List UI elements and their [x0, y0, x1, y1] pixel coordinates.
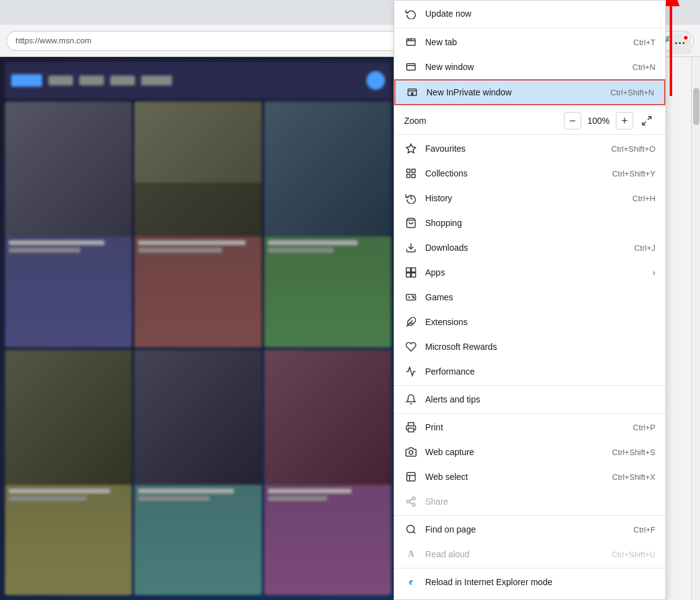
news-card-3	[264, 102, 391, 347]
svg-line-42	[413, 531, 415, 533]
shortcut-new-window: Ctrl+N	[633, 63, 655, 72]
svg-point-10	[412, 93, 413, 95]
svg-rect-33	[407, 472, 415, 481]
svg-line-39	[409, 502, 412, 504]
menu-label-apps: Apps	[425, 267, 647, 277]
findpage-icon	[404, 523, 418, 536]
svg-rect-20	[407, 268, 411, 272]
webselect-icon	[404, 470, 418, 484]
svg-point-28	[413, 297, 415, 298]
shortcut-readaloud: Ctrl+Shift+U	[611, 550, 655, 559]
shortcut-new-tab: Ctrl+T	[633, 38, 655, 47]
svg-rect-21	[412, 268, 416, 272]
news-card-1	[5, 102, 132, 347]
menu-item-new-window[interactable]: New window Ctrl+N	[394, 54, 665, 79]
divider-4	[394, 385, 665, 386]
menu-label-inprivate: New InPrivate window	[426, 87, 610, 97]
menu-item-webselect[interactable]: Web select Ctrl+Shift+X	[394, 464, 665, 489]
menu-item-games[interactable]: Games	[394, 285, 665, 310]
menu-label-history: History	[425, 193, 633, 203]
zoom-expand-button[interactable]	[638, 112, 655, 129]
share-icon	[404, 495, 418, 508]
menu-label-alerts: Alerts and tips	[425, 394, 655, 404]
zoom-value: 100%	[586, 116, 611, 126]
menu-item-apps[interactable]: Apps ›	[394, 260, 665, 285]
menu-item-history[interactable]: History Ctrl+H	[394, 186, 665, 211]
news-card-2	[134, 102, 261, 347]
history-icon	[404, 191, 418, 205]
menu-label-iemode: Reload in Internet Explorer mode	[425, 577, 655, 587]
scrollbar[interactable]	[691, 57, 700, 600]
svg-rect-6	[407, 64, 415, 71]
svg-rect-17	[407, 175, 410, 178]
svg-line-40	[409, 499, 412, 501]
menu-label-rewards: Microsoft Rewards	[425, 342, 655, 352]
menu-item-readaloud: A Read aloud Ctrl+Shift+U	[394, 542, 665, 567]
svg-point-38	[412, 503, 415, 507]
menu-item-webcapture[interactable]: Web capture Ctrl+Shift+S	[394, 440, 665, 464]
menu-item-collections[interactable]: Collections Ctrl+Shift+Y	[394, 161, 665, 186]
menu-item-alerts[interactable]: Alerts and tips	[394, 387, 665, 412]
favourites-icon	[404, 142, 418, 155]
menu-label-readaloud: Read aloud	[425, 549, 611, 559]
menu-label-new-tab: New tab	[425, 37, 633, 47]
menu-label-webselect: Web select	[425, 472, 612, 482]
divider-6	[394, 515, 665, 516]
menu-item-share: Share	[394, 489, 665, 514]
readaloud-icon: A	[404, 547, 418, 561]
svg-point-32	[409, 451, 413, 454]
menu-item-iemode[interactable]: e Reload in Internet Explorer mode	[394, 570, 665, 594]
svg-marker-13	[407, 144, 416, 153]
svg-point-27	[412, 296, 413, 297]
shortcut-downloads: Ctrl+J	[634, 243, 655, 253]
downloads-icon	[404, 241, 418, 254]
shortcut-print: Ctrl+P	[633, 423, 655, 432]
menu-item-downloads[interactable]: Downloads Ctrl+J	[394, 235, 665, 260]
news-overlay	[0, 57, 396, 600]
svg-line-12	[642, 122, 646, 125]
divider-5	[394, 413, 665, 414]
menu-item-performance[interactable]: Performance	[394, 359, 665, 384]
inprivate-icon	[405, 85, 419, 99]
settings-menu-button[interactable]: ···	[669, 32, 691, 54]
context-menu: ✕ Update now New tab Ctrl+T	[394, 0, 666, 600]
menu-item-extensions[interactable]: Extensions	[394, 310, 665, 334]
menu-item-shopping[interactable]: Shopping	[394, 211, 665, 235]
menu-label-update-now: Update now	[425, 9, 655, 19]
zoom-minus-button[interactable]: −	[564, 112, 581, 129]
zoom-minus-icon: −	[569, 115, 576, 128]
news-card-4	[5, 350, 132, 596]
shortcut-history: Ctrl+H	[633, 194, 655, 203]
menu-label-downloads: Downloads	[425, 243, 634, 253]
zoom-plus-button[interactable]: +	[616, 112, 633, 129]
menu-label-extensions: Extensions	[425, 317, 655, 327]
menu-label-webcapture: Web capture	[425, 447, 612, 457]
newtab-icon	[404, 35, 418, 49]
shortcut-collections: Ctrl+Shift+Y	[612, 169, 655, 178]
news-header	[5, 62, 391, 99]
menu-item-update-now[interactable]: Update now	[394, 1, 665, 27]
menu-item-new-tab[interactable]: New tab Ctrl+T	[394, 30, 665, 54]
zoom-label: Zoom	[404, 116, 559, 126]
divider-2	[394, 107, 665, 107]
menu-label-findpage: Find on page	[425, 524, 633, 534]
shopping-icon	[404, 216, 418, 230]
apps-icon	[404, 266, 418, 279]
menu-item-findpage[interactable]: Find on page Ctrl+F	[394, 517, 665, 542]
divider-7	[394, 568, 665, 568]
menu-label-print: Print	[425, 422, 633, 432]
scrollbar-thumb[interactable]	[693, 88, 699, 125]
shortcut-inprivate: Ctrl+Shift+N	[610, 88, 654, 97]
svg-rect-16	[412, 175, 415, 178]
print-icon	[404, 420, 418, 434]
svg-point-41	[407, 525, 414, 533]
menu-item-print[interactable]: Print Ctrl+P	[394, 415, 665, 440]
collections-icon	[404, 167, 418, 180]
menu-item-inprivate[interactable]: New InPrivate window Ctrl+Shift+N	[394, 79, 665, 105]
divider-1	[394, 28, 665, 28]
menu-item-rewards[interactable]: Microsoft Rewards	[394, 334, 665, 359]
menu-item-favourites[interactable]: Favourites Ctrl+Shift+O	[394, 136, 665, 161]
extensions-icon	[404, 315, 418, 329]
svg-rect-23	[407, 273, 411, 277]
newwindow-icon	[404, 60, 418, 74]
